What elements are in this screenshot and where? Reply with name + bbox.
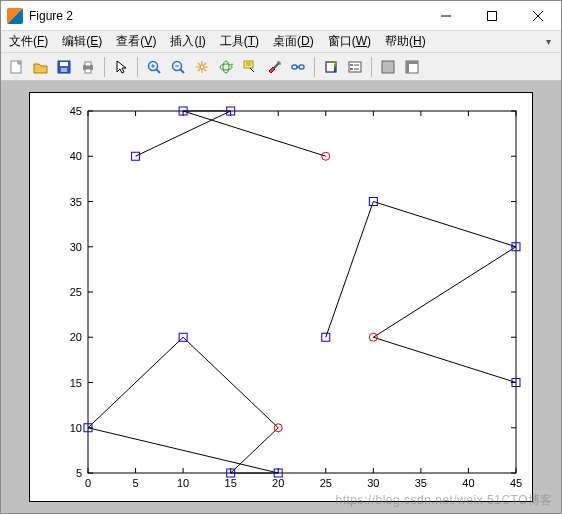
ytick-label: 40: [70, 150, 82, 162]
pointer-icon: [113, 59, 129, 75]
save-icon: [56, 59, 72, 75]
tool-pan[interactable]: [191, 56, 213, 78]
xtick-label: 15: [225, 477, 237, 489]
toolbar-overflow-icon[interactable]: ▾: [540, 36, 557, 47]
zoom-out-icon: [170, 59, 186, 75]
window-title: Figure 2: [29, 9, 423, 23]
data-cursor-icon: [242, 59, 258, 75]
menu-h[interactable]: 帮助(H): [381, 31, 430, 52]
ytick-label: 20: [70, 331, 82, 343]
xtick-label: 20: [272, 477, 284, 489]
tool-save[interactable]: [53, 56, 75, 78]
menu-t[interactable]: 工具(T): [216, 31, 263, 52]
svg-rect-1: [488, 11, 497, 20]
svg-rect-40: [406, 61, 409, 73]
svg-line-16: [180, 69, 184, 73]
toolbar: [1, 53, 561, 81]
maximize-button[interactable]: [469, 1, 515, 31]
svg-rect-9: [85, 62, 91, 66]
brush-icon: [266, 59, 282, 75]
svg-point-19: [220, 64, 232, 70]
insert-colorbar-icon: [323, 59, 339, 75]
tool-insert-legend[interactable]: [344, 56, 366, 78]
ytick-label: 45: [70, 105, 82, 117]
ytick-label: 25: [70, 286, 82, 298]
toolbar-separator: [104, 57, 105, 77]
tool-open-file[interactable]: [29, 56, 51, 78]
ytick-label: 30: [70, 241, 82, 253]
svg-rect-34: [350, 68, 353, 70]
menu-e[interactable]: 编辑(E): [58, 31, 106, 52]
ytick-label: 10: [70, 422, 82, 434]
svg-point-20: [223, 61, 229, 73]
menu-w[interactable]: 窗口(W): [324, 31, 375, 52]
ytick-label: 35: [70, 196, 82, 208]
open-file-icon: [32, 59, 48, 75]
svg-rect-33: [350, 64, 353, 66]
toolbar-separator: [137, 57, 138, 77]
print-icon: [80, 59, 96, 75]
hide-tools-icon: [380, 59, 396, 75]
figure-canvas-area: 05101520253035404551015202530354045 http…: [1, 81, 561, 513]
minimize-icon: [441, 11, 451, 21]
ytick-label: 5: [76, 467, 82, 479]
close-button[interactable]: [515, 1, 561, 31]
titlebar: Figure 2: [1, 1, 561, 31]
tool-link-data[interactable]: [287, 56, 309, 78]
xtick-label: 30: [367, 477, 379, 489]
svg-rect-37: [382, 61, 394, 73]
xtick-label: 0: [85, 477, 91, 489]
tool-hide-tools[interactable]: [377, 56, 399, 78]
svg-line-25: [274, 63, 279, 68]
tool-brush[interactable]: [263, 56, 285, 78]
xtick-label: 5: [132, 477, 138, 489]
ytick-label: 15: [70, 377, 82, 389]
maximize-icon: [487, 11, 497, 21]
xtick-label: 10: [177, 477, 189, 489]
xtick-label: 45: [510, 477, 522, 489]
xtick-label: 40: [462, 477, 474, 489]
menubar: 文件(F)编辑(E)查看(V)插入(I)工具(T)桌面(D)窗口(W)帮助(H)…: [1, 31, 561, 53]
svg-rect-32: [349, 62, 361, 72]
tool-zoom-in[interactable]: [143, 56, 165, 78]
tool-insert-colorbar[interactable]: [320, 56, 342, 78]
link-data-icon: [290, 59, 306, 75]
svg-line-12: [156, 69, 160, 73]
rotate3d-icon: [218, 59, 234, 75]
axes[interactable]: 05101520253035404551015202530354045: [30, 93, 534, 503]
svg-point-18: [200, 65, 204, 69]
axes-box: [88, 111, 516, 473]
figure-window: Figure 2 文件(F)编辑(E)查看(V)插入(I)工具(T)桌面(D)窗…: [0, 0, 562, 514]
insert-legend-icon: [347, 59, 363, 75]
menu-f[interactable]: 文件(F): [5, 31, 52, 52]
xtick-label: 25: [320, 477, 332, 489]
axes-background: 05101520253035404551015202530354045: [29, 92, 533, 502]
tool-print[interactable]: [77, 56, 99, 78]
menu-i[interactable]: 插入(I): [166, 31, 209, 52]
new-figure-icon: [8, 59, 24, 75]
svg-line-24: [250, 68, 254, 72]
close-icon: [533, 11, 543, 21]
svg-rect-10: [85, 69, 91, 73]
tool-pointer[interactable]: [110, 56, 132, 78]
tool-data-cursor[interactable]: [239, 56, 261, 78]
toolbar-separator: [371, 57, 372, 77]
menu-d[interactable]: 桌面(D): [269, 31, 318, 52]
tool-show-tools[interactable]: [401, 56, 423, 78]
tool-rotate3d[interactable]: [215, 56, 237, 78]
matlab-icon: [7, 8, 23, 24]
tool-zoom-out[interactable]: [167, 56, 189, 78]
minimize-button[interactable]: [423, 1, 469, 31]
tool-new-figure[interactable]: [5, 56, 27, 78]
xtick-label: 35: [415, 477, 427, 489]
pan-icon: [194, 59, 210, 75]
zoom-in-icon: [146, 59, 162, 75]
menu-v[interactable]: 查看(V): [112, 31, 160, 52]
svg-rect-7: [61, 68, 67, 72]
toolbar-separator: [314, 57, 315, 77]
show-tools-icon: [404, 59, 420, 75]
svg-rect-6: [60, 62, 68, 66]
